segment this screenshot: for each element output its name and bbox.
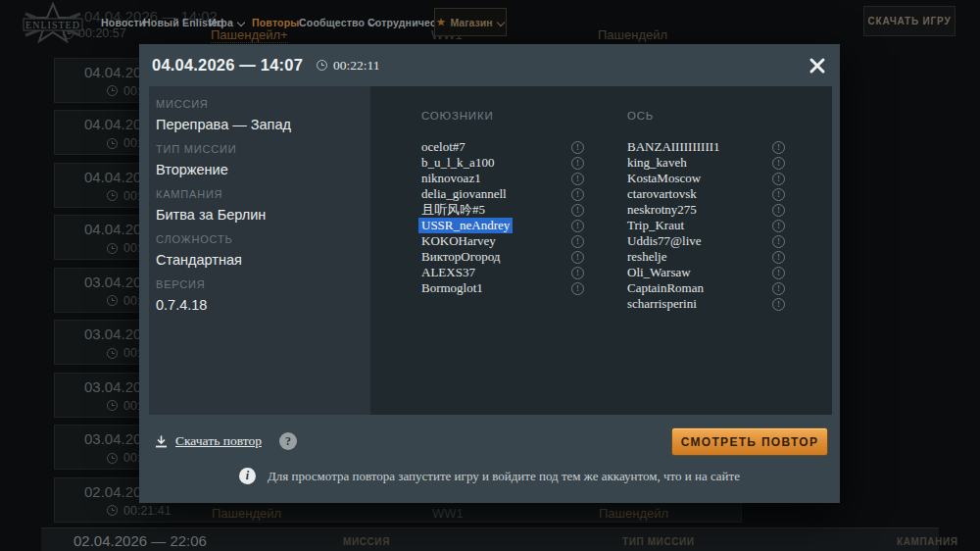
player-row: ВикторОгород! xyxy=(421,249,584,265)
player-row: USSR_neAndrey! xyxy=(421,218,584,233)
info-icon: i xyxy=(239,468,256,484)
replay-row-collapsed[interactable]: 02.04.2026 — 22:06 МИССИЯТИП МИССИИКАМПА… xyxy=(41,527,939,551)
player-warning-icon[interactable]: ! xyxy=(571,220,584,232)
player-name: delia_giovannell xyxy=(421,186,507,202)
player-warning-icon[interactable]: ! xyxy=(772,251,785,264)
detail-group: МИССИЯПереправа — Запад xyxy=(156,99,370,132)
nav-item[interactable]: Сообщество xyxy=(299,0,376,44)
player-warning-icon[interactable]: ! xyxy=(571,282,584,295)
player-warning-icon[interactable]: ! xyxy=(772,173,785,185)
player-warning-icon[interactable]: ! xyxy=(571,251,584,264)
modal-info-note: i Для просмотра повтора запустите игру и… xyxy=(139,468,840,484)
help-icon[interactable]: ? xyxy=(279,432,297,450)
replay-row-duration-text: 00:21:41 xyxy=(123,504,172,518)
team-title: СОЮЗНИКИ xyxy=(421,110,584,122)
player-warning-icon[interactable]: ! xyxy=(571,188,584,201)
nav-item[interactable]: Повторы xyxy=(252,0,299,44)
replay-row-name: Пашендейл xyxy=(599,506,668,521)
player-row: delia_giovannell! xyxy=(421,186,584,202)
player-warning-icon[interactable]: ! xyxy=(772,267,785,279)
team-column: СОЮЗНИКИocelot#7!b_u_l_k_a100!niknovoaz1… xyxy=(421,110,584,296)
player-warning-icon[interactable]: ! xyxy=(571,141,584,154)
player-warning-icon[interactable]: ! xyxy=(772,282,785,295)
watch-replay-button[interactable]: СМОТРЕТЬ ПОВТОР xyxy=(671,427,828,456)
top-navigation: ENLISTED НовостиНовый EnlistedИграПовтор… xyxy=(0,0,980,44)
player-warning-icon[interactable]: ! xyxy=(772,298,785,311)
clock-icon xyxy=(107,453,118,464)
detail-label: ТИП МИССИИ xyxy=(156,144,370,155)
player-warning-icon[interactable]: ! xyxy=(772,157,785,170)
detail-group: ВЕРСИЯ0.7.4.18 xyxy=(156,279,370,313)
player-warning-icon[interactable]: ! xyxy=(571,267,584,279)
player-name: ocelot#7 xyxy=(421,139,466,155)
enlisted-logo[interactable]: ENLISTED xyxy=(14,2,92,45)
nav-item[interactable]: Игра xyxy=(209,0,245,44)
clock-icon xyxy=(107,505,118,516)
clock-icon xyxy=(107,400,118,411)
player-warning-icon[interactable]: ! xyxy=(571,235,584,248)
nav-item-shop[interactable]: ★ Магазин xyxy=(434,8,507,36)
clock-icon xyxy=(107,190,118,201)
player-name: KostaMoscow xyxy=(627,171,701,186)
player-name: scharrisperini xyxy=(627,296,697,312)
player-name: Trip_Kraut xyxy=(627,218,684,233)
player-row: 且听风吟#5! xyxy=(421,202,584,218)
detail-value: Стандартная xyxy=(156,253,370,268)
player-row: ctarovartovsk! xyxy=(627,186,785,202)
detail-group: СЛОЖНОСТЬСтандартная xyxy=(156,234,370,268)
close-icon[interactable] xyxy=(806,54,829,77)
player-warning-icon[interactable]: ! xyxy=(571,204,584,217)
player-warning-icon[interactable]: ! xyxy=(571,157,584,170)
column-label: КАМПАНИЯ xyxy=(897,536,957,547)
modal-title: 04.04.2026 — 14:07 xyxy=(152,56,303,75)
clock-icon xyxy=(107,243,118,254)
player-row: king_kaveh! xyxy=(627,155,785,171)
detail-value: Вторжение xyxy=(156,163,370,177)
replay-details-modal: 04.04.2026 — 14:07 00:22:11 МИССИЯПерепр… xyxy=(139,44,840,503)
nav-item-label: Сообщество xyxy=(299,17,365,28)
download-replay-link[interactable]: Скачать повтор xyxy=(175,433,262,449)
detail-label: СЛОЖНОСТЬ xyxy=(156,234,370,245)
player-row: niknovoaz1! xyxy=(421,171,584,186)
player-name: ctarovartovsk xyxy=(627,186,697,202)
player-name: CaptainRoman xyxy=(627,280,704,296)
player-name: Oli_Warsaw xyxy=(627,265,691,280)
player-row: ALEXS37! xyxy=(421,265,584,280)
download-icon xyxy=(155,435,168,448)
player-warning-icon[interactable]: ! xyxy=(772,235,785,248)
player-row: ocelot#7! xyxy=(421,139,584,155)
clock-icon xyxy=(107,348,118,359)
player-name: king_kaveh xyxy=(627,155,687,171)
player-name: Uddis77@live xyxy=(627,233,702,249)
nav-item-label: Магазин xyxy=(450,17,492,28)
download-game-button[interactable]: СКАЧАТЬ ИГРУ xyxy=(863,6,956,36)
player-name: 且听风吟#5 xyxy=(421,201,485,219)
nav-item-label: Новости xyxy=(101,17,145,28)
replay-duration: 00:22:11 xyxy=(317,58,380,74)
nav-item-label: Повторы xyxy=(252,17,299,28)
player-name: KOKOHarvey xyxy=(421,233,496,249)
player-row: KOKOHarvey! xyxy=(421,233,584,249)
clock-icon xyxy=(107,295,118,306)
player-warning-icon[interactable]: ! xyxy=(772,204,785,217)
player-warning-icon[interactable]: ! xyxy=(571,173,584,185)
player-row: Bormoglot1! xyxy=(421,280,584,296)
detail-label: КАМПАНИЯ xyxy=(156,189,370,200)
teams-panel: СОЮЗНИКИocelot#7!b_u_l_k_a100!niknovoaz1… xyxy=(370,86,832,415)
team-title: ОСЬ xyxy=(627,110,785,122)
player-name: ALEXS37 xyxy=(421,265,475,280)
player-warning-icon[interactable]: ! xyxy=(772,220,785,232)
player-name: b_u_l_k_a100 xyxy=(421,155,494,171)
clock-icon xyxy=(107,138,118,149)
player-warning-icon[interactable]: ! xyxy=(772,141,785,154)
replay-row-date: 02.04.2026 — 22:06 xyxy=(74,532,207,549)
nav-item-label: Игра xyxy=(209,17,233,28)
svg-text:ENLISTED: ENLISTED xyxy=(25,20,80,30)
player-row: Oli_Warsaw! xyxy=(627,265,785,280)
player-row: CaptainRoman! xyxy=(627,280,785,296)
player-warning-icon[interactable]: ! xyxy=(772,188,785,201)
player-row: Trip_Kraut! xyxy=(627,218,785,233)
nav-item[interactable]: Новости xyxy=(101,0,145,44)
page: 04.04.2026 — 14:02 00:20:57 Пашендейл+ W… xyxy=(0,0,980,551)
detail-value: Битва за Берлин xyxy=(156,208,370,223)
